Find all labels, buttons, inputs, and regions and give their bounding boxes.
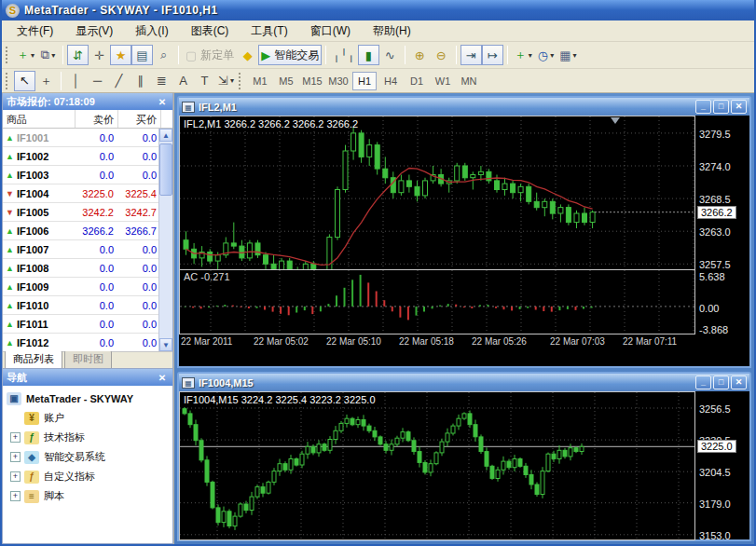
time-axis[interactable]: 22 Mar 201122 Mar 05:0222 Mar 05:1022 Ma… (179, 334, 695, 349)
navigator-item-custom-indicators[interactable]: +ƒ自定义指标 (7, 467, 172, 486)
column-bid[interactable]: 卖价 (76, 110, 118, 128)
zoom-in-button[interactable]: ⊕ (409, 45, 431, 65)
expand-plus-icon[interactable]: + (10, 471, 21, 482)
chart-if1004-m15-titlebar[interactable]: ▦IF1004,M15_□✕ (179, 374, 749, 391)
metaeditor-button[interactable]: ◆ (237, 45, 258, 65)
maximize-button[interactable]: □ (713, 375, 729, 389)
navigator-toggle[interactable]: ★ (110, 45, 131, 65)
title-bar[interactable]: S MetaTrader - SKYWAY - IF1010,H1 (2, 0, 754, 20)
market-watch-titlebar[interactable]: 市场报价: 07:18:09 ✕ (3, 93, 172, 110)
timeframe-m30[interactable]: M30 (326, 72, 351, 90)
zoom-out-button[interactable]: ⊖ (431, 45, 452, 65)
toolbar-grip[interactable] (239, 73, 243, 89)
market-watch-toggle[interactable]: ⇵ (67, 45, 89, 65)
menu-item-1[interactable]: 显示(V) (64, 20, 124, 42)
crosshair-button[interactable]: ＋ (35, 71, 57, 91)
periods-button[interactable]: ◷▾ (535, 45, 557, 65)
market-watch-row-if1006[interactable]: ▲IF10063266.23266.7 (3, 222, 172, 240)
timeframe-h4[interactable]: H4 (378, 72, 403, 90)
market-watch-row-if1004[interactable]: ▼IF10043225.03225.4 (3, 184, 172, 203)
expand-plus-icon[interactable]: + (10, 491, 21, 501)
candlestick-chart-button[interactable]: ▮ (358, 45, 379, 65)
fibonacci-button[interactable]: ≣ (151, 71, 172, 91)
chart-if1004-m15-window[interactable]: ▦IF1004,M15_□✕IF1004,M15 3224.2 3225.4 3… (177, 372, 751, 541)
terminal-toggle[interactable]: ▤ (131, 45, 153, 65)
data-window-toggle[interactable]: ✛ (89, 45, 110, 65)
navigator-root[interactable]: ▣MetaTrader - SKYWAY (7, 389, 172, 408)
navigator-item-accounts[interactable]: ¥账户 (7, 408, 172, 428)
menu-item-3[interactable]: 图表(C) (180, 20, 241, 42)
templates-button[interactable]: ▦▾ (557, 45, 579, 65)
market-watch-row-if1002[interactable]: ▲IF10020.00.0 (3, 147, 172, 166)
navigator-item-scripts[interactable]: +≡脚本 (7, 486, 172, 506)
profiles-button[interactable]: ⧉▾ (37, 45, 59, 65)
close-button[interactable]: ✕ (731, 100, 747, 114)
tab-tick-chart[interactable]: 即时图 (64, 350, 112, 368)
market-watch-row-if1010[interactable]: ▲IF10100.00.0 (3, 296, 172, 315)
new-chart-button[interactable]: ＋▾ (14, 45, 37, 65)
arrows-button[interactable]: ⇲▾ (215, 71, 237, 91)
timeframe-w1[interactable]: W1 (431, 72, 455, 90)
text-button[interactable]: A (172, 71, 194, 91)
navigator-item-expert-advisors[interactable]: +◆智能交易系统 (7, 447, 172, 467)
vertical-line-button[interactable]: │ (65, 71, 87, 91)
market-watch-scrollbar[interactable]: ▲ ▼ (158, 129, 172, 351)
timeframe-m15[interactable]: M15 (300, 72, 324, 90)
menu-item-6[interactable]: 帮助(H) (362, 20, 422, 42)
expand-plus-icon[interactable]: + (10, 452, 21, 462)
minimize-button[interactable]: _ (695, 100, 711, 114)
menu-item-4[interactable]: 工具(T) (240, 20, 298, 42)
chart-ifl2-m1-plot[interactable] (180, 116, 694, 269)
chart-ifl2-m1-titlebar[interactable]: ▦IFL2,M1_□✕ (179, 98, 749, 116)
menu-item-2[interactable]: 插入(I) (124, 20, 179, 42)
market-watch-row-if1011[interactable]: ▲IF10110.00.0 (3, 315, 172, 334)
market-watch-row-if1003[interactable]: ▲IF10030.00.0 (3, 166, 172, 184)
menu-item-0[interactable]: 文件(F) (6, 20, 64, 42)
ac-indicator-plot[interactable] (180, 270, 694, 334)
scrollbar-thumb[interactable] (159, 143, 172, 196)
column-symbol[interactable]: 商品 (3, 110, 76, 128)
timeframe-mn[interactable]: MN (457, 72, 481, 90)
maximize-button[interactable]: □ (713, 100, 729, 114)
text-label-button[interactable]: T (194, 71, 215, 91)
navigator-titlebar[interactable]: 导航 ✕ (3, 369, 172, 386)
indicators-button[interactable]: ＋▾ (512, 45, 535, 65)
timeframe-m1[interactable]: M1 (248, 72, 272, 90)
tab-symbols[interactable]: 商品列表 (5, 350, 62, 368)
equidistant-channel-button[interactable]: ∥ (130, 71, 151, 91)
toolbar-grip[interactable] (6, 47, 10, 63)
horizontal-line-button[interactable]: ─ (87, 71, 108, 91)
strategy-tester-toggle[interactable]: ⌕ (153, 45, 174, 65)
toolbar-grip[interactable] (6, 73, 10, 89)
close-button[interactable]: ✕ (731, 375, 747, 389)
menu-item-5[interactable]: 窗口(W) (299, 20, 362, 42)
market-watch-row-if1008[interactable]: ▲IF10080.00.0 (3, 259, 172, 278)
market-watch-row-if1001[interactable]: ▲IF10010.00.0 (3, 129, 172, 147)
chart-if1004-m15-plot[interactable] (180, 392, 694, 539)
price-axis[interactable]: 3256.53230.53204.53179.03153.03225.0 (695, 391, 749, 539)
bar-chart-button[interactable]: ╷╵╷ (330, 45, 357, 65)
timeframe-m5[interactable]: M5 (274, 72, 298, 90)
market-watch-row-if1005[interactable]: ▼IF10053242.23242.7 (3, 203, 172, 222)
scroll-up-icon[interactable]: ▲ (159, 129, 172, 142)
cursor-button[interactable]: ↖ (14, 71, 35, 91)
timeframe-h1[interactable]: H1 (352, 72, 377, 90)
close-icon[interactable]: ✕ (156, 97, 169, 107)
timeframe-d1[interactable]: D1 (405, 72, 429, 90)
minimize-button[interactable]: _ (695, 375, 711, 389)
expand-plus-icon[interactable]: + (10, 432, 21, 443)
market-watch-row-if1012[interactable]: ▲IF10120.00.0 (3, 334, 172, 351)
market-watch-row-if1009[interactable]: ▲IF10090.00.0 (3, 278, 172, 296)
chart-shift-button[interactable]: ↦ (482, 45, 503, 65)
chart-ifl2-m1-window[interactable]: ▦IFL2,M1_□✕IFL2,M1 3266.2 3266.2 3266.2 … (177, 96, 751, 368)
column-ask[interactable]: 买价 (118, 110, 161, 128)
market-watch-row-if1007[interactable]: ▲IF10070.00.0 (3, 240, 172, 259)
price-axis[interactable]: 3279.53274.03268.53263.03257.53266.25.63… (695, 116, 749, 366)
trendline-button[interactable]: ╱ (108, 71, 130, 91)
expert-advisors-button[interactable]: ▶智能交易 (258, 45, 322, 65)
scroll-down-icon[interactable]: ▼ (159, 338, 172, 351)
navigator-item-indicators[interactable]: +ƒ技术指标 (7, 428, 172, 447)
auto-scroll-button[interactable]: ⇥ (460, 45, 482, 65)
close-icon[interactable]: ✕ (156, 373, 169, 383)
line-chart-button[interactable]: ∿ (379, 45, 401, 65)
